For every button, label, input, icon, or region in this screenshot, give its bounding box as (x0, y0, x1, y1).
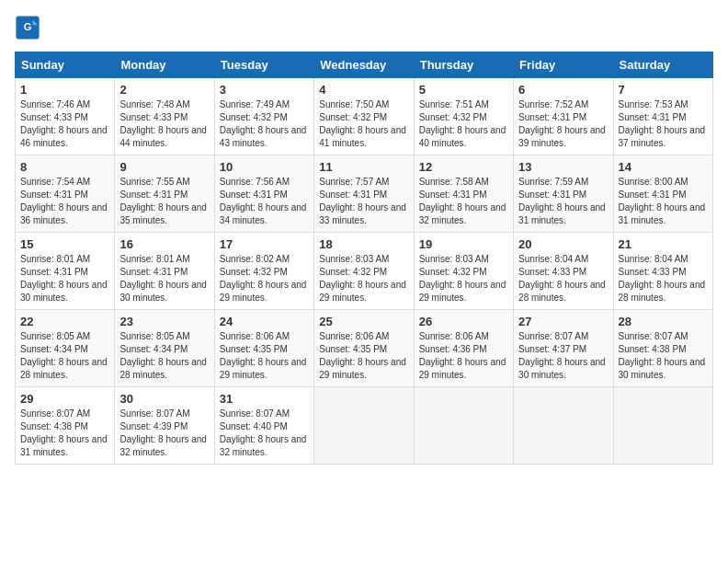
calendar-table: SundayMondayTuesdayWednesdayThursdayFrid… (15, 52, 713, 465)
day-info: Sunrise: 8:03 AMSunset: 4:32 PMDaylight:… (419, 253, 508, 304)
weekday-header-friday: Friday (514, 52, 613, 78)
day-number: 26 (419, 315, 508, 328)
calendar-cell: 11 Sunrise: 7:57 AMSunset: 4:31 PMDaylig… (314, 155, 414, 233)
calendar-cell: 7 Sunrise: 7:53 AMSunset: 4:31 PMDayligh… (613, 78, 712, 155)
day-info: Sunrise: 8:07 AMSunset: 4:40 PMDaylight:… (220, 408, 309, 459)
calendar-cell: 22 Sunrise: 8:05 AMSunset: 4:34 PMDaylig… (16, 310, 115, 387)
day-info: Sunrise: 8:01 AMSunset: 4:31 PMDaylight:… (20, 253, 109, 304)
calendar-cell: 23 Sunrise: 8:05 AMSunset: 4:34 PMDaylig… (115, 310, 214, 387)
calendar-cell: 9 Sunrise: 7:55 AMSunset: 4:31 PMDayligh… (115, 155, 214, 233)
calendar-cell: 2 Sunrise: 7:48 AMSunset: 4:33 PMDayligh… (115, 78, 214, 155)
day-number: 18 (319, 237, 408, 251)
weekday-header-monday: Monday (115, 52, 214, 78)
day-info: Sunrise: 7:55 AMSunset: 4:31 PMDaylight:… (119, 176, 209, 227)
calendar-cell: 6 Sunrise: 7:52 AMSunset: 4:31 PMDayligh… (514, 78, 613, 155)
calendar-cell (613, 387, 712, 465)
calendar-cell: 31 Sunrise: 8:07 AMSunset: 4:40 PMDaylig… (214, 387, 313, 465)
weekday-header-saturday: Saturday (613, 52, 712, 78)
calendar-cell: 1 Sunrise: 7:46 AMSunset: 4:33 PMDayligh… (16, 78, 115, 155)
day-number: 13 (518, 160, 608, 174)
day-number: 23 (119, 315, 209, 328)
calendar-cell: 27 Sunrise: 8:07 AMSunset: 4:37 PMDaylig… (514, 310, 613, 387)
day-number: 3 (220, 83, 309, 97)
svg-text:G: G (24, 21, 32, 32)
calendar-cell: 16 Sunrise: 8:01 AMSunset: 4:31 PMDaylig… (115, 233, 214, 310)
calendar-cell: 8 Sunrise: 7:54 AMSunset: 4:31 PMDayligh… (16, 155, 115, 233)
day-info: Sunrise: 8:06 AMSunset: 4:35 PMDaylight:… (319, 330, 408, 382)
calendar-cell: 18 Sunrise: 8:03 AMSunset: 4:32 PMDaylig… (314, 233, 414, 310)
day-info: Sunrise: 7:50 AMSunset: 4:32 PMDaylight:… (319, 98, 408, 150)
day-info: Sunrise: 8:04 AMSunset: 4:33 PMDaylight:… (619, 253, 708, 304)
day-info: Sunrise: 7:46 AMSunset: 4:33 PMDaylight:… (20, 98, 109, 150)
day-number: 19 (419, 237, 508, 251)
logo: G (15, 15, 44, 40)
day-info: Sunrise: 7:57 AMSunset: 4:31 PMDaylight:… (319, 176, 408, 227)
calendar-cell: 25 Sunrise: 8:06 AMSunset: 4:35 PMDaylig… (314, 310, 414, 387)
day-number: 9 (119, 160, 209, 174)
day-info: Sunrise: 7:52 AMSunset: 4:31 PMDaylight:… (518, 98, 608, 150)
day-number: 30 (119, 392, 209, 406)
calendar-cell: 20 Sunrise: 8:04 AMSunset: 4:33 PMDaylig… (514, 233, 613, 310)
day-info: Sunrise: 7:58 AMSunset: 4:31 PMDaylight:… (419, 176, 508, 227)
day-number: 25 (319, 315, 408, 328)
calendar-cell: 5 Sunrise: 7:51 AMSunset: 4:32 PMDayligh… (414, 78, 513, 155)
calendar-cell: 13 Sunrise: 7:59 AMSunset: 4:31 PMDaylig… (514, 155, 613, 233)
day-number: 28 (619, 315, 708, 328)
day-info: Sunrise: 7:59 AMSunset: 4:31 PMDaylight:… (518, 176, 608, 227)
day-number: 31 (220, 392, 309, 406)
calendar-cell: 10 Sunrise: 7:56 AMSunset: 4:31 PMDaylig… (214, 155, 313, 233)
day-number: 4 (319, 83, 408, 97)
day-number: 29 (20, 392, 109, 406)
day-info: Sunrise: 8:04 AMSunset: 4:33 PMDaylight:… (518, 253, 608, 304)
day-info: Sunrise: 7:49 AMSunset: 4:32 PMDaylight:… (220, 98, 309, 150)
day-info: Sunrise: 7:48 AMSunset: 4:33 PMDaylight:… (119, 98, 209, 150)
calendar-header-row: SundayMondayTuesdayWednesdayThursdayFrid… (16, 52, 713, 78)
calendar-cell: 26 Sunrise: 8:06 AMSunset: 4:36 PMDaylig… (414, 310, 513, 387)
calendar-cell (414, 387, 513, 465)
calendar-cell: 29 Sunrise: 8:07 AMSunset: 4:38 PMDaylig… (16, 387, 115, 465)
weekday-header-thursday: Thursday (414, 52, 513, 78)
day-info: Sunrise: 8:07 AMSunset: 4:38 PMDaylight:… (20, 408, 109, 459)
calendar-cell: 14 Sunrise: 8:00 AMSunset: 4:31 PMDaylig… (613, 155, 712, 233)
day-info: Sunrise: 8:00 AMSunset: 4:31 PMDaylight:… (619, 176, 708, 227)
day-info: Sunrise: 8:06 AMSunset: 4:35 PMDaylight:… (220, 330, 309, 382)
day-number: 6 (518, 83, 608, 97)
calendar-cell: 12 Sunrise: 7:58 AMSunset: 4:31 PMDaylig… (414, 155, 513, 233)
day-number: 14 (619, 160, 708, 174)
weekday-header-wednesday: Wednesday (314, 52, 414, 78)
calendar-cell: 19 Sunrise: 8:03 AMSunset: 4:32 PMDaylig… (414, 233, 513, 310)
day-number: 20 (518, 237, 608, 251)
calendar-cell: 21 Sunrise: 8:04 AMSunset: 4:33 PMDaylig… (613, 233, 712, 310)
calendar-cell: 24 Sunrise: 8:06 AMSunset: 4:35 PMDaylig… (214, 310, 313, 387)
day-info: Sunrise: 8:05 AMSunset: 4:34 PMDaylight:… (20, 330, 109, 382)
weekday-header-tuesday: Tuesday (214, 52, 313, 78)
day-info: Sunrise: 8:06 AMSunset: 4:36 PMDaylight:… (419, 330, 508, 382)
calendar-cell (314, 387, 414, 465)
calendar-cell: 3 Sunrise: 7:49 AMSunset: 4:32 PMDayligh… (214, 78, 313, 155)
day-info: Sunrise: 7:56 AMSunset: 4:31 PMDaylight:… (220, 176, 309, 227)
day-info: Sunrise: 7:54 AMSunset: 4:31 PMDaylight:… (20, 176, 109, 227)
day-number: 10 (220, 160, 309, 174)
day-info: Sunrise: 8:01 AMSunset: 4:31 PMDaylight:… (119, 253, 209, 304)
day-info: Sunrise: 8:02 AMSunset: 4:32 PMDaylight:… (220, 253, 309, 304)
day-info: Sunrise: 8:05 AMSunset: 4:34 PMDaylight:… (119, 330, 209, 382)
day-info: Sunrise: 7:53 AMSunset: 4:31 PMDaylight:… (619, 98, 708, 150)
day-info: Sunrise: 7:51 AMSunset: 4:32 PMDaylight:… (419, 98, 508, 150)
day-number: 1 (20, 83, 109, 97)
day-number: 11 (319, 160, 408, 174)
day-number: 27 (518, 315, 608, 328)
day-info: Sunrise: 8:07 AMSunset: 4:37 PMDaylight:… (518, 330, 608, 382)
calendar-week-row: 1 Sunrise: 7:46 AMSunset: 4:33 PMDayligh… (16, 78, 713, 155)
day-number: 7 (619, 83, 708, 97)
calendar-cell: 28 Sunrise: 8:07 AMSunset: 4:38 PMDaylig… (613, 310, 712, 387)
day-number: 15 (20, 237, 109, 251)
calendar-week-row: 8 Sunrise: 7:54 AMSunset: 4:31 PMDayligh… (16, 155, 713, 233)
calendar-cell: 30 Sunrise: 8:07 AMSunset: 4:39 PMDaylig… (115, 387, 214, 465)
calendar-cell: 15 Sunrise: 8:01 AMSunset: 4:31 PMDaylig… (16, 233, 115, 310)
day-number: 12 (419, 160, 508, 174)
weekday-header-sunday: Sunday (16, 52, 115, 78)
calendar-week-row: 29 Sunrise: 8:07 AMSunset: 4:38 PMDaylig… (16, 387, 713, 465)
day-info: Sunrise: 8:07 AMSunset: 4:38 PMDaylight:… (619, 330, 708, 382)
day-number: 22 (20, 315, 109, 328)
calendar-week-row: 15 Sunrise: 8:01 AMSunset: 4:31 PMDaylig… (16, 233, 713, 310)
